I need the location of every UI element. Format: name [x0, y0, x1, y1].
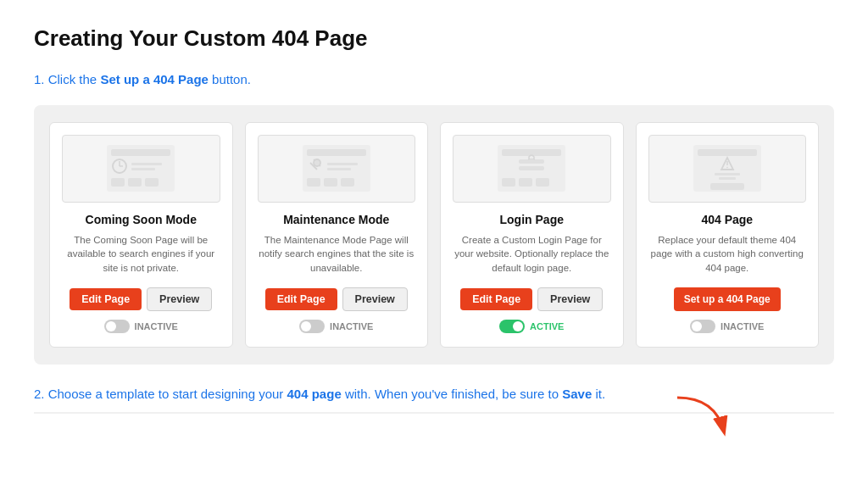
maintenance-preview-button[interactable]: Preview [342, 287, 408, 311]
login-toggle[interactable] [499, 320, 525, 333]
coming-soon-preview [62, 135, 220, 203]
404-title: 404 Page [701, 213, 753, 226]
cards-wrapper: Coming Soon Mode The Coming Soon Page wi… [34, 105, 834, 365]
maintenance-title: Maintenance Mode [283, 213, 389, 226]
login-desc: Create a Custom Login Page for your webs… [453, 233, 611, 276]
coming-soon-toggle[interactable] [104, 320, 130, 333]
svg-rect-6 [131, 168, 155, 170]
setup-404-button[interactable]: Set up a 404 Page [674, 287, 781, 311]
coming-soon-title: Coming Soon Mode [86, 213, 197, 226]
svg-rect-24 [529, 159, 534, 163]
maintenance-status-label: INACTIVE [330, 321, 373, 331]
svg-rect-11 [307, 149, 366, 156]
404-desc: Replace your default theme 404 page with… [648, 233, 807, 276]
step1-instruction: 1. Click the Set up a 404 Page button. [34, 70, 834, 90]
svg-rect-5 [131, 163, 162, 165]
maintenance-status: INACTIVE [299, 320, 373, 333]
login-status-label: ACTIVE [530, 321, 564, 331]
login-status: ACTIVE [499, 320, 564, 333]
svg-rect-1 [111, 149, 170, 156]
404-status-label: INACTIVE [721, 321, 764, 331]
login-icon [493, 141, 570, 196]
step2-instruction: 2. Choose a template to start designing … [34, 385, 834, 404]
svg-rect-26 [519, 178, 532, 187]
login-title: Login Page [500, 213, 564, 226]
login-preview-button[interactable]: Preview [537, 287, 603, 311]
coming-soon-desc: The Coming Soon Page will be available t… [62, 233, 220, 276]
coming-soon-buttons: Edit Page Preview [70, 287, 212, 311]
bottom-divider [34, 412, 834, 414]
svg-rect-16 [327, 168, 351, 170]
maintenance-desc: The Maintenance Mode Page will notify se… [258, 233, 416, 276]
maintenance-buttons: Edit Page Preview [265, 287, 408, 311]
svg-rect-19 [341, 178, 354, 187]
page-title: Creating Your Custom 404 Page [34, 25, 834, 52]
svg-rect-33 [715, 173, 740, 175]
svg-rect-34 [719, 177, 736, 180]
card-maintenance: Maintenance Mode The Maintenance Mode Pa… [245, 122, 429, 348]
maintenance-icon [298, 141, 375, 196]
login-buttons: Edit Page Preview [460, 287, 603, 311]
svg-rect-29 [698, 149, 757, 156]
svg-rect-15 [327, 163, 358, 165]
cards-container: Coming Soon Mode The Coming Soon Page wi… [34, 105, 834, 365]
svg-rect-27 [536, 178, 549, 187]
404-buttons: Set up a 404 Page [674, 287, 781, 311]
svg-rect-7 [111, 178, 125, 187]
maintenance-edit-button[interactable]: Edit Page [265, 288, 337, 310]
coming-soon-status: INACTIVE [104, 320, 178, 333]
svg-rect-8 [128, 178, 142, 187]
404-preview [648, 135, 807, 203]
card-login: Login Page Create a Custom Login Page fo… [440, 122, 624, 348]
svg-rect-17 [307, 178, 320, 187]
coming-soon-edit-button[interactable]: Edit Page [70, 288, 142, 310]
404-toggle[interactable] [690, 320, 715, 333]
svg-rect-25 [502, 178, 515, 187]
svg-rect-9 [145, 178, 159, 187]
svg-rect-35 [710, 183, 744, 190]
login-edit-button[interactable]: Edit Page [460, 288, 532, 310]
login-preview [453, 135, 611, 203]
svg-rect-18 [324, 178, 337, 187]
coming-soon-icon [103, 141, 179, 196]
svg-point-14 [314, 159, 320, 166]
maintenance-toggle[interactable] [299, 320, 325, 333]
coming-soon-preview-button[interactable]: Preview [147, 287, 212, 311]
svg-point-32 [726, 167, 728, 169]
card-404: 404 Page Replace your default theme 404 … [636, 122, 820, 348]
coming-soon-status-label: INACTIVE [135, 321, 178, 331]
card-coming-soon: Coming Soon Mode The Coming Soon Page wi… [49, 122, 233, 348]
maintenance-preview [258, 135, 416, 203]
svg-rect-23 [519, 166, 544, 170]
404-status: INACTIVE [690, 320, 764, 333]
404-icon [689, 141, 765, 196]
